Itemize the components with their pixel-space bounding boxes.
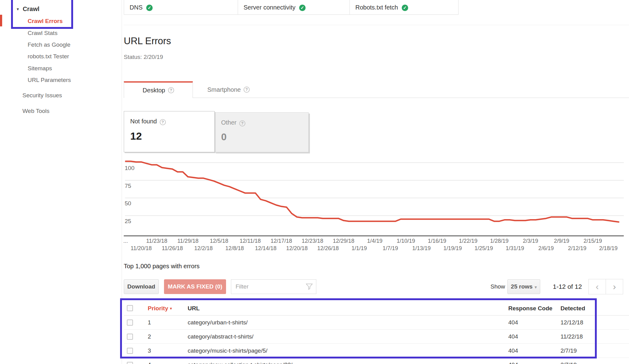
priority-header-label: Priority [148,305,168,312]
response-code-cell: 404 [508,344,518,358]
tab-smartphone[interactable]: Smartphone? [193,81,264,98]
expand-triangle-icon: ▼ [16,7,20,11]
health-box-label: Robots.txt fetch [355,4,398,11]
rows-per-page-select[interactable]: 25 rows▾ [507,279,540,294]
help-icon[interactable]: ? [168,87,174,93]
help-icon[interactable]: ? [244,87,250,93]
mark-as-fixed-button[interactable]: MARK AS FIXED (0) [164,279,226,294]
response-code-cell: 404 [508,358,518,364]
sidebar-item-robots-txt-tester[interactable]: robots.txt Tester [28,53,69,60]
response-code-column-header: Response Code [508,301,553,316]
response-code-cell: 404 [508,330,518,344]
y-axis-tick-label: 100 [125,165,135,171]
url-cell[interactable]: category/music-t-shirts/page/5/ [188,344,268,358]
x-axis-tick-label: 1/22/19 [459,238,477,244]
x-axis-tick-label: 12/2/18 [194,245,213,252]
health-box-label: Server connectivity [244,4,295,11]
x-axis-tick-label: 12/14/18 [255,245,276,252]
help-icon[interactable]: ? [160,119,166,125]
sidebar-divider [122,0,122,364]
y-axis-tick-label: 75 [125,183,131,189]
x-axis-tick-label: 2/6/19 [538,245,554,252]
url-cell[interactable]: category/abstract-t-shirts/ [188,330,253,344]
response-code-cell: 404 [508,316,518,330]
help-icon[interactable]: ? [239,120,245,126]
chart-x-axis-labels: ...11/20/1811/23/1811/26/1811/29/1812/2/… [124,236,629,255]
priority-cell: 4 [148,358,151,364]
health-box-dns[interactable]: DNS✓ [124,0,238,15]
sidebar-item-label: Crawl Errors [28,18,63,24]
error-type-count: 12 [130,130,214,142]
error-type-label: Not found [130,118,157,125]
priority-column-header[interactable]: Priority▾ [148,301,172,316]
filter-input[interactable] [231,279,316,294]
x-axis-tick-label: 11/29/18 [177,238,198,244]
error-type-label-row: Not found? [130,118,214,125]
x-axis-tick-label: 2/3/19 [523,238,538,244]
health-box-server-connectivity[interactable]: Server connectivity✓ [238,0,350,15]
tab-desktop[interactable]: Desktop? [124,81,193,98]
table-row: 1category/urban-t-shirts/40412/12/18 [124,316,629,330]
detected-cell: 2/7/19 [561,358,577,364]
x-axis-tick-label: 12/26/18 [317,245,339,252]
error-type-other[interactable]: Other?0 [215,112,309,152]
page-status: Status: 2/20/19 [124,54,163,60]
sidebar-item-sitemaps[interactable]: Sitemaps [28,65,52,72]
x-axis-tick-label: 12/20/18 [286,245,308,252]
row-checkbox[interactable] [127,348,133,354]
x-axis-tick-label: 12/29/18 [333,238,354,244]
error-type-label: Other [221,119,236,126]
download-button[interactable]: Download [124,279,159,294]
sidebar-item-crawl[interactable]: ▼Crawl [16,6,39,13]
tab-label: Smartphone [207,86,241,93]
x-axis-tick-label: 12/23/18 [302,238,323,244]
active-nav-indicator [0,15,2,26]
sort-descending-icon: ▾ [170,306,172,311]
priority-cell: 2 [148,330,151,344]
x-axis-tick-label: 1/16/19 [428,238,446,244]
url-cell[interactable]: category/new-collection-t-shirts/page/22… [188,358,292,364]
sidebar-item-url-parameters[interactable]: URL Parameters [28,77,71,83]
y-axis-tick-label: 25 [125,218,131,224]
url-cell[interactable]: category/urban-t-shirts/ [188,316,248,330]
y-axis-tick-label: 50 [125,200,131,207]
x-axis-tick-label: ... [123,238,128,244]
sidebar-item-label: Crawl [23,6,39,12]
health-box-label: DNS [130,4,143,11]
sidebar-item-label: robots.txt Tester [28,53,69,60]
sidebar-item-label: Web Tools [22,108,49,114]
table-row: 3category/music-t-shirts/page/5/4042/7/1… [124,344,629,358]
url-column-header[interactable]: URL [188,301,200,316]
error-type-not-found[interactable]: Not found?12 [124,111,215,152]
next-page-button[interactable]: › [606,279,623,294]
x-axis-tick-label: 2/18/19 [599,245,618,252]
chevron-down-icon: ▾ [535,285,537,289]
x-axis-tick-label: 12/11/18 [240,238,261,244]
row-checkbox[interactable] [127,362,133,364]
x-axis-tick-label: 1/25/19 [475,245,493,252]
detected-cell: 12/12/18 [561,316,583,330]
sidebar-item-crawl-errors[interactable]: Crawl Errors [28,18,63,25]
table-row: 2category/abstract-t-shirts/40411/22/18 [124,330,629,344]
detected-cell: 2/7/19 [561,344,577,358]
sidebar-item-web-tools[interactable]: Web Tools [22,108,49,114]
row-checkbox[interactable] [127,334,133,340]
sidebar-item-label: URL Parameters [28,77,71,83]
x-axis-tick-label: 1/13/19 [412,245,431,252]
sidebar-item-fetch-as-google[interactable]: Fetch as Google [28,41,70,48]
priority-cell: 3 [148,344,151,358]
x-axis-tick-label: 12/8/18 [225,245,244,252]
ok-check-icon: ✓ [299,5,306,11]
health-box-robots-txt-fetch[interactable]: Robots.txt fetch✓ [350,0,459,15]
ok-check-icon: ✓ [146,5,153,11]
previous-page-button[interactable]: ‹ [588,279,606,294]
select-all-checkbox[interactable] [127,305,133,311]
pagination-range: 1-12 of 12 [553,279,582,294]
rows-per-page-value: 25 rows [511,283,533,290]
sidebar-item-security-issues[interactable]: Security Issues [22,92,62,99]
x-axis-tick-label: 11/26/18 [162,245,183,252]
error-type-label-row: Other? [221,119,308,126]
row-checkbox[interactable] [127,319,133,326]
x-axis-tick-label: 2/9/19 [554,238,569,244]
sidebar-item-crawl-stats[interactable]: Crawl Stats [28,30,57,37]
